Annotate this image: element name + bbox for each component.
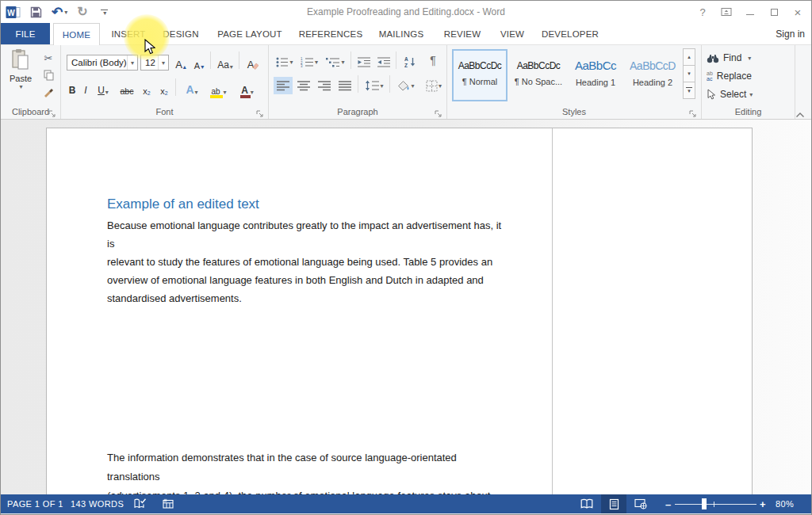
bullets-icon (276, 57, 289, 67)
font-size-combo[interactable]: 12 ▾ (140, 55, 169, 71)
subscript-button[interactable]: x2 (139, 80, 155, 96)
show-hide-paragraph-marks-button[interactable]: ¶ (424, 52, 442, 69)
tab-design[interactable]: DESIGN (158, 23, 204, 44)
font-dialog-launcher[interactable] (256, 107, 266, 116)
shrink-font-button[interactable]: A▾ (190, 55, 208, 71)
find-button[interactable]: Find ▾ (707, 50, 751, 66)
change-case-button[interactable]: Aa▾ (213, 55, 237, 71)
styles-scroll-up-button[interactable]: ▴ (683, 48, 695, 66)
tab-page-layout[interactable]: PAGE LAYOUT (212, 23, 288, 44)
bold-button[interactable]: B (66, 80, 79, 96)
decrease-indent-button[interactable] (354, 53, 373, 71)
cut-button[interactable]: ✂ (39, 50, 58, 67)
underline-dropdown-icon: ▾ (105, 89, 109, 96)
clipboard-dialog-launcher[interactable] (48, 107, 58, 116)
tab-view[interactable]: VIEW (492, 23, 532, 44)
zoom-100-tick (714, 502, 714, 507)
paste-button[interactable]: Paste ▾ (5, 48, 36, 105)
paste-dropdown-icon[interactable]: ▾ (6, 83, 36, 90)
tab-file[interactable]: FILE (1, 23, 50, 44)
zoom-level[interactable]: 80% (776, 494, 794, 513)
proofing-status-button[interactable] (129, 494, 150, 513)
style-heading-2[interactable]: AaBbCcD Heading 2 (625, 49, 680, 101)
undo-dropdown-icon[interactable]: ▾ (64, 9, 67, 16)
zoom-in-button[interactable]: + (760, 494, 766, 513)
text-effects-button[interactable]: A▾ (180, 80, 204, 96)
page-indicator[interactable]: PAGE 1 OF 1 (7, 494, 63, 513)
format-painter-button[interactable] (39, 83, 58, 100)
increase-indent-button[interactable] (374, 53, 393, 71)
tab-references[interactable]: REFERENCES (296, 23, 366, 44)
zoom-slider-track[interactable] (675, 504, 756, 505)
ribbon-display-options-button[interactable] (714, 2, 738, 22)
zoom-out-button[interactable]: – (665, 494, 671, 513)
justify-button[interactable] (335, 77, 354, 94)
svg-text:A: A (404, 56, 408, 62)
font-name-dropdown-icon[interactable]: ▾ (127, 55, 137, 70)
replace-button[interactable]: abac Replace (707, 68, 752, 84)
read-mode-button[interactable] (574, 494, 599, 513)
line-spacing-button[interactable]: ▾ (362, 77, 387, 94)
tab-insert[interactable]: INSERT (107, 23, 150, 44)
superscript-button[interactable]: x2 (156, 80, 172, 96)
style-no-spacing[interactable]: AaBbCcDc ¶ No Spac... (511, 49, 566, 101)
select-button[interactable]: Select ▾ (707, 86, 753, 102)
undo-button[interactable]: ↶ ▾ (47, 2, 72, 21)
line-spacing-icon (365, 80, 379, 91)
font-group-label: Font (61, 107, 268, 116)
minimize-button[interactable] (738, 2, 762, 22)
multilevel-list-button[interactable]: ▾ (323, 53, 348, 71)
align-left-button[interactable] (274, 77, 293, 94)
paragraph-dialog-launcher[interactable] (435, 107, 444, 116)
underline-button[interactable]: U▾ (93, 80, 113, 96)
style-heading-1[interactable]: AaBbCc Heading 1 (568, 49, 623, 101)
customize-quick-access-button[interactable]: ▾ (93, 2, 113, 21)
text-line: overview of emotional language features … (107, 271, 504, 289)
close-button[interactable]: × (786, 2, 810, 22)
font-group: Calibri (Body) ▾ 12 ▾ A▴ A▾ Aa▾ A B (61, 45, 269, 119)
styles-dialog-launcher[interactable] (689, 107, 699, 116)
align-right-button[interactable] (315, 77, 334, 94)
grow-font-button[interactable]: A▴ (172, 55, 190, 71)
italic-button[interactable]: I (80, 80, 91, 96)
font-color-button[interactable]: A ▾ (236, 80, 259, 96)
window-title: Example Proofreading and Editing.docx - … (1, 1, 811, 23)
strikethrough-button[interactable]: abc (117, 80, 137, 96)
font-name-combo[interactable]: Calibri (Body) ▾ (67, 55, 138, 71)
highlight-color-button[interactable]: ab ▾ (205, 80, 232, 96)
styles-scroll-down-button[interactable]: ▾ (683, 65, 695, 82)
tab-developer[interactable]: DEVELOPER (538, 23, 602, 44)
sort-button[interactable]: A Z (400, 53, 420, 71)
word-logo-icon: W (1, 2, 25, 21)
save-button[interactable] (25, 2, 47, 21)
save-icon (30, 6, 42, 18)
sign-in-link[interactable]: Sign in (776, 23, 805, 44)
web-layout-button[interactable] (628, 494, 653, 513)
borders-button[interactable]: ▾ (421, 77, 446, 94)
styles-group: AaBbCcDc ¶ Normal AaBbCcDc ¶ No Spac... … (447, 45, 702, 119)
zoom-slider-thumb[interactable] (702, 498, 707, 509)
print-layout-button[interactable] (601, 494, 626, 513)
numbering-button[interactable]: 123 ▾ (297, 53, 321, 71)
help-button[interactable]: ? (691, 2, 714, 22)
styles-gallery-more-button[interactable]: ▾ (683, 82, 695, 99)
tab-review[interactable]: REVIEW (437, 23, 488, 44)
word-count-indicator[interactable]: 143 WORDS (71, 494, 124, 513)
macro-recording-button[interactable] (158, 494, 178, 513)
redo-button[interactable]: ↻ (72, 2, 92, 21)
font-size-dropdown-icon[interactable]: ▾ (158, 55, 168, 70)
copy-button[interactable] (39, 67, 58, 83)
styles-group-label: Styles (447, 107, 701, 116)
bullets-button[interactable]: ▾ (274, 53, 296, 71)
tab-mailings[interactable]: MAILINGS (372, 23, 431, 44)
cut-icon: ✂ (44, 52, 53, 64)
document-page[interactable]: Example of an edited text Because emotio… (46, 128, 753, 494)
clear-formatting-button[interactable]: A (243, 55, 262, 71)
tab-home[interactable]: HOME (53, 23, 100, 45)
style-normal[interactable]: AaBbCcDc ¶ Normal (452, 49, 508, 101)
collapse-ribbon-button[interactable] (795, 107, 806, 115)
align-center-button[interactable] (294, 77, 313, 94)
shading-button[interactable]: ▾ (393, 77, 419, 94)
maximize-button[interactable] (762, 2, 786, 22)
paste-icon (11, 48, 30, 71)
